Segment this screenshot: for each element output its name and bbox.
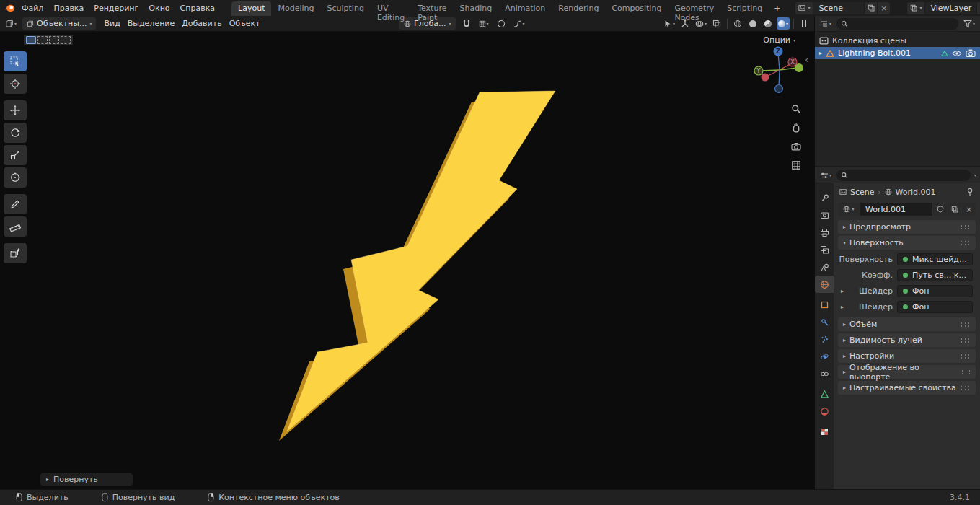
- add-workspace-button[interactable]: +: [769, 1, 785, 16]
- cursor-tool[interactable]: [4, 74, 27, 94]
- tab-object[interactable]: [815, 296, 834, 313]
- rotate-tool[interactable]: [4, 123, 27, 143]
- tab-sculpting[interactable]: Sculpting: [321, 1, 371, 16]
- editor-type-button[interactable]: ▾: [4, 17, 18, 30]
- select-box-tool[interactable]: [4, 51, 27, 71]
- drag-grip-icon[interactable]: [960, 322, 971, 328]
- shading-wireframe-button[interactable]: [731, 17, 744, 30]
- snap-settings-dropdown[interactable]: ▾: [477, 17, 490, 30]
- tab-view-layer[interactable]: [815, 241, 834, 258]
- shader2-select[interactable]: Фон: [897, 301, 973, 313]
- measure-tool[interactable]: [4, 216, 27, 237]
- tab-object-data[interactable]: [815, 385, 834, 403]
- drag-grip-icon[interactable]: [960, 385, 971, 391]
- expand-icon[interactable]: ▸: [819, 50, 822, 56]
- menu-object[interactable]: Объект: [226, 19, 264, 28]
- outliner-row-collection[interactable]: Коллекция сцены: [815, 35, 980, 47]
- menu-add[interactable]: Добавить: [178, 19, 225, 28]
- shading-solid-button[interactable]: [746, 17, 759, 30]
- shading-rendered-button[interactable]: ▾: [777, 17, 790, 30]
- drag-grip-icon[interactable]: [960, 224, 971, 230]
- tab-animation[interactable]: Animation: [498, 1, 552, 16]
- section-settings[interactable]: ▸ Настройки: [838, 349, 976, 363]
- menu-help[interactable]: Справка: [175, 0, 220, 16]
- scale-tool[interactable]: [4, 145, 27, 165]
- section-volume[interactable]: ▸ Объём: [838, 317, 976, 331]
- lightning-bolt-object[interactable]: [0, 32, 814, 489]
- proportional-edit-toggle[interactable]: [495, 17, 508, 30]
- tab-rendering[interactable]: Rendering: [552, 1, 605, 16]
- menu-select[interactable]: Выделение: [124, 19, 179, 28]
- move-tool[interactable]: [4, 100, 27, 120]
- outliner-editor-type-button[interactable]: ▾: [818, 17, 833, 30]
- tab-physics[interactable]: [815, 348, 834, 365]
- pan-hand-icon[interactable]: [791, 123, 801, 133]
- viewlayer-new-button[interactable]: [977, 2, 980, 14]
- menu-view[interactable]: Вид: [100, 19, 123, 28]
- shading-material-button[interactable]: [762, 17, 774, 30]
- properties-editor-type-button[interactable]: ▾: [818, 169, 833, 181]
- menu-render[interactable]: Рендеринг: [89, 0, 144, 16]
- fake-user-button[interactable]: [933, 203, 947, 216]
- section-viewport-display[interactable]: ▸ Отображение во вьюпорте: [838, 365, 976, 379]
- gizmo-y-neg-axis[interactable]: [795, 63, 803, 72]
- tab-particles[interactable]: [815, 330, 834, 348]
- mode-dropdown[interactable]: Объектны... ▾: [22, 17, 96, 30]
- disable-render-camera-icon[interactable]: [966, 49, 976, 57]
- menu-file[interactable]: Файл: [17, 0, 48, 16]
- outliner-row-object[interactable]: ▸ Lightning Bolt.001: [815, 47, 980, 59]
- tab-shading[interactable]: Shading: [453, 1, 498, 16]
- world-name-field[interactable]: World.001: [860, 203, 932, 216]
- tab-texture[interactable]: [815, 423, 834, 440]
- unlink-datablock-button[interactable]: ×: [962, 203, 976, 216]
- select-mode-subtract[interactable]: [49, 36, 59, 44]
- drag-grip-icon[interactable]: [960, 240, 971, 246]
- blender-logo-icon[interactable]: [4, 2, 15, 14]
- menu-edit[interactable]: Правка: [48, 0, 89, 16]
- hide-eye-icon[interactable]: [952, 50, 962, 57]
- tab-scripting[interactable]: Scripting: [720, 1, 769, 16]
- tab-texture-paint[interactable]: Texture Paint: [411, 1, 453, 16]
- scene-unlink-button[interactable]: ×: [878, 2, 890, 14]
- drag-grip-icon[interactable]: [960, 354, 971, 359]
- world-browse-button[interactable]: ▾: [838, 203, 860, 216]
- select-mode-new[interactable]: [26, 36, 36, 44]
- scene-new-button[interactable]: [865, 2, 877, 14]
- drag-grip-icon[interactable]: [960, 338, 971, 343]
- tab-material[interactable]: [815, 403, 834, 420]
- pause-button[interactable]: [798, 17, 811, 30]
- pin-icon[interactable]: [966, 188, 974, 196]
- shader1-select[interactable]: Фон: [897, 285, 973, 297]
- select-mode-intersect[interactable]: [61, 36, 71, 44]
- outliner-search-input[interactable]: [836, 18, 958, 30]
- operator-panel[interactable]: ▸ Повернуть: [40, 473, 133, 486]
- select-mode-extend[interactable]: [37, 36, 48, 44]
- gizmo-z-neg-axis[interactable]: [775, 85, 783, 93]
- toggle-ortho-icon[interactable]: [791, 160, 801, 170]
- menu-window[interactable]: Окно: [144, 0, 175, 16]
- duplicate-datablock-button[interactable]: [948, 203, 961, 216]
- tab-scene[interactable]: [815, 258, 834, 276]
- viewlayer-browse-button[interactable]: ▾: [907, 2, 924, 14]
- annotate-tool[interactable]: [4, 194, 27, 214]
- tab-compositing[interactable]: Compositing: [605, 1, 668, 16]
- tab-geometry-nodes[interactable]: Geometry Nodes: [668, 1, 720, 16]
- outliner-filter-button[interactable]: ▾: [962, 17, 976, 30]
- navigation-gizmo[interactable]: Z X Y: [728, 32, 814, 183]
- zoom-icon[interactable]: [791, 104, 801, 114]
- section-preview[interactable]: ▸ Предпросмотр: [838, 220, 976, 234]
- sidebar-toggle-icon[interactable]: ‹: [805, 55, 808, 65]
- transform-tool[interactable]: [4, 167, 27, 188]
- section-surface[interactable]: ▾ Поверхность: [838, 236, 976, 250]
- surface-shader-select[interactable]: Микс-шейдер: [897, 253, 973, 265]
- tab-tool[interactable]: [815, 189, 834, 206]
- proportional-falloff-dropdown[interactable]: ▾: [512, 17, 526, 30]
- camera-view-icon[interactable]: [791, 141, 801, 152]
- scene-browse-button[interactable]: ▾: [795, 2, 813, 14]
- viewport-canvas[interactable]: Опции ▾: [0, 32, 814, 489]
- gizmo-x-neg-axis[interactable]: [762, 74, 769, 82]
- add-primitive-tool[interactable]: [4, 243, 27, 263]
- tab-world[interactable]: [815, 276, 834, 293]
- disclosure-icon[interactable]: ▸: [841, 289, 844, 294]
- tab-output[interactable]: [815, 224, 834, 241]
